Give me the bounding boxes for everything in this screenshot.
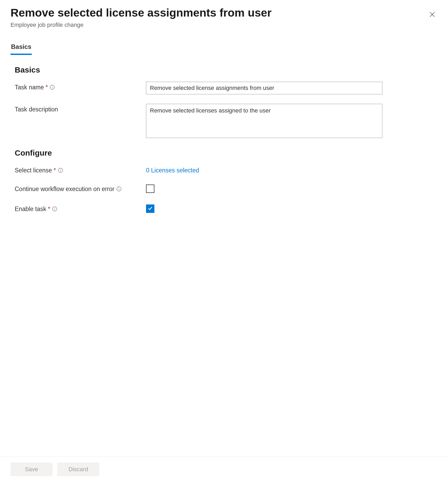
select-license-label: Select license	[15, 167, 52, 174]
info-icon[interactable]	[52, 206, 58, 212]
close-icon	[429, 11, 436, 19]
discard-button[interactable]: Discard	[57, 463, 99, 476]
task-description-input[interactable]	[146, 104, 382, 138]
info-icon[interactable]	[58, 167, 63, 173]
section-heading-configure: Configure	[15, 148, 437, 157]
panel-header: Remove selected license assignments from…	[0, 0, 448, 28]
info-icon[interactable]	[116, 186, 122, 192]
required-marker: *	[45, 84, 48, 91]
close-button[interactable]	[428, 10, 437, 19]
field-enable-task: Enable task *	[15, 203, 437, 213]
select-license-label-group: Select license *	[15, 165, 146, 174]
task-name-label: Task name	[15, 84, 44, 91]
field-continue-on-error: Continue workflow execution on error	[15, 183, 437, 194]
task-description-label-group: Task description	[15, 104, 146, 113]
select-license-link[interactable]: 0 Licenses selected	[146, 165, 199, 174]
task-edit-panel: Remove selected license assignments from…	[0, 0, 448, 482]
svg-point-7	[60, 169, 60, 169]
section-heading-basics: Basics	[15, 65, 437, 74]
task-name-input[interactable]	[146, 82, 382, 94]
required-marker: *	[48, 206, 50, 213]
tab-strip: Basics	[0, 28, 448, 55]
enable-task-label: Enable task	[15, 206, 46, 213]
form-area: Basics Task name * Task description Conf…	[0, 55, 448, 457]
panel-title: Remove selected license assignments from…	[11, 6, 437, 20]
task-name-label-group: Task name *	[15, 82, 146, 91]
continue-on-error-label: Continue workflow execution on error	[15, 186, 114, 193]
svg-point-4	[52, 86, 52, 86]
enable-task-label-group: Enable task *	[15, 203, 146, 213]
svg-point-10	[119, 188, 119, 188]
panel-subtitle: Employee job profile change	[11, 22, 437, 28]
enable-task-checkbox[interactable]	[146, 204, 154, 213]
field-task-description: Task description	[15, 104, 437, 139]
field-select-license: Select license * 0 Licenses selected	[15, 165, 437, 174]
continue-on-error-checkbox[interactable]	[146, 184, 154, 193]
info-icon[interactable]	[49, 84, 55, 90]
panel-footer: Save Discard	[0, 457, 448, 482]
task-description-label: Task description	[15, 106, 58, 113]
field-task-name: Task name *	[15, 82, 437, 94]
continue-on-error-label-group: Continue workflow execution on error	[15, 183, 146, 193]
tab-basics[interactable]: Basics	[11, 43, 32, 55]
checkmark-icon	[147, 205, 153, 212]
save-button[interactable]: Save	[11, 463, 53, 476]
required-marker: *	[54, 167, 56, 174]
svg-point-13	[54, 208, 55, 208]
